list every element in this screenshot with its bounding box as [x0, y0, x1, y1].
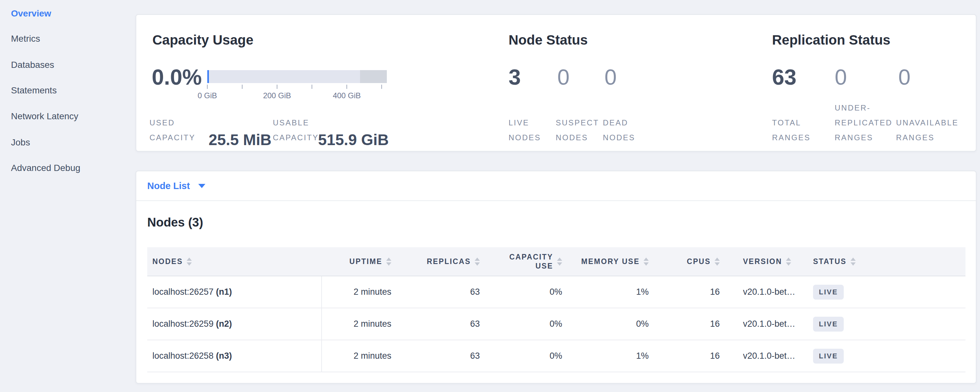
live-nodes-label: LIVE NODES: [509, 115, 557, 145]
column-header-version[interactable]: VERSION: [725, 247, 808, 276]
status-cell: LIVE: [808, 308, 966, 340]
capacity-usage-bar: [207, 70, 387, 83]
uptime-cell: 2 minutes: [321, 340, 396, 372]
capacity-bar-used-segment: [207, 70, 209, 83]
uptime-cell: 2 minutes: [321, 308, 396, 340]
sort-icon[interactable]: [851, 258, 856, 266]
usable-capacity-value: 515.9 GiB: [318, 132, 389, 148]
column-label: STATUS: [813, 257, 846, 266]
capacity-use-cell: 0%: [485, 308, 567, 340]
version-cell: v20.1.0-bet…: [725, 276, 808, 308]
node-address-cell[interactable]: localhost:26258 (n3): [147, 340, 321, 372]
node-list-card: Node List Nodes (3) NODES UPTIME REPLICA…: [135, 171, 977, 384]
node-list-dropdown[interactable]: Node List: [136, 171, 976, 201]
total-ranges-count: 63: [772, 65, 797, 89]
memory-use-cell: 1%: [567, 276, 654, 308]
axis-tick: [242, 84, 242, 89]
column-label: VERSION: [743, 257, 782, 266]
capacity-use-cell: 0%: [485, 276, 567, 308]
axis-label-200gib: 200 GiB: [251, 91, 303, 100]
axis-tick: [277, 84, 277, 89]
axis-tick: [347, 84, 347, 89]
replicas-cell: 63: [396, 308, 485, 340]
sidebar-item-overview[interactable]: Overview: [11, 8, 51, 19]
node-address: localhost:26258: [153, 351, 216, 361]
memory-use-cell: 1%: [567, 340, 654, 372]
replicas-cell: 63: [396, 340, 485, 372]
dead-nodes-count: 0: [605, 65, 617, 89]
cluster-summary-card: Capacity Usage 0.0% 0 GiB 200 GiB 400 Gi…: [135, 14, 977, 151]
sidebar-item-metrics[interactable]: Metrics: [11, 33, 40, 45]
column-header-nodes[interactable]: NODES: [147, 247, 321, 276]
status-badge: LIVE: [813, 285, 844, 300]
axis-tick: [207, 84, 208, 89]
node-address-cell[interactable]: localhost:26259 (n2): [147, 308, 321, 340]
cpus-cell: 16: [654, 340, 725, 372]
column-label: CAPACITY USE: [501, 252, 553, 271]
dead-nodes-label: DEAD NODES: [603, 115, 645, 145]
column-label: MEMORY USE: [581, 257, 640, 266]
suspect-nodes-count: 0: [557, 65, 570, 89]
sort-icon[interactable]: [714, 258, 720, 266]
sidebar-item-advanced-debug[interactable]: Advanced Debug: [11, 162, 80, 174]
sidebar-item-statements[interactable]: Statements: [11, 84, 57, 96]
sort-icon[interactable]: [557, 258, 562, 266]
node-id: (n3): [216, 351, 232, 361]
status-cell: LIVE: [808, 340, 966, 372]
chevron-down-icon[interactable]: [198, 184, 205, 188]
memory-use-cell: 0%: [567, 308, 654, 340]
capacity-use-cell: 0%: [485, 340, 567, 372]
column-label: UPTIME: [349, 257, 382, 266]
axis-label-0gib: 0 GiB: [181, 91, 233, 100]
nodes-heading: Nodes (3): [147, 215, 203, 229]
column-label: REPLICAS: [427, 257, 471, 266]
column-header-memory-use[interactable]: MEMORY USE: [567, 247, 654, 276]
node-id: (n2): [216, 319, 232, 329]
sort-icon[interactable]: [475, 258, 480, 266]
table-row: localhost:26259 (n2)2 minutes630%0%16v20…: [147, 308, 966, 340]
column-label: NODES: [153, 257, 183, 266]
table-row: localhost:26257 (n1)2 minutes630%1%16v20…: [147, 276, 966, 308]
table-header-row: NODES UPTIME REPLICAS CAPACITY USE MEMOR…: [147, 247, 966, 276]
column-header-replicas[interactable]: REPLICAS: [396, 247, 485, 276]
node-id: (n1): [216, 287, 232, 297]
node-address: localhost:26259: [153, 319, 216, 329]
version-cell: v20.1.0-bet…: [725, 308, 808, 340]
sort-icon[interactable]: [187, 258, 192, 266]
column-header-status[interactable]: STATUS: [808, 247, 966, 276]
column-header-uptime[interactable]: UPTIME: [321, 247, 396, 276]
status-badge: LIVE: [813, 349, 844, 363]
sidebar-item-jobs[interactable]: Jobs: [11, 137, 30, 148]
capacity-bar-reserved-segment: [360, 70, 387, 83]
replicas-cell: 63: [396, 276, 485, 308]
column-header-cpus[interactable]: CPUS: [654, 247, 725, 276]
used-capacity-label: USED CAPACITY: [150, 115, 198, 145]
axis-tick: [312, 84, 312, 89]
uptime-cell: 2 minutes: [321, 276, 396, 308]
live-nodes-count: 3: [509, 65, 521, 89]
node-status-title: Node Status: [509, 33, 588, 48]
sidebar-item-databases[interactable]: Databases: [11, 59, 54, 71]
axis-label-400gib: 400 GiB: [321, 91, 372, 100]
node-list-dropdown-label[interactable]: Node List: [147, 181, 190, 191]
column-label: CPUS: [687, 257, 711, 266]
nodes-table: NODES UPTIME REPLICAS CAPACITY USE MEMOR…: [147, 247, 966, 372]
node-address-cell[interactable]: localhost:26257 (n1): [147, 276, 321, 308]
sidebar: Overview Metrics Databases Statements Ne…: [0, 0, 135, 392]
status-badge: LIVE: [813, 317, 844, 331]
cpus-cell: 16: [654, 308, 725, 340]
capacity-used-percent: 0.0%: [152, 65, 202, 89]
status-cell: LIVE: [808, 276, 966, 308]
unavailable-ranges-label: UNAVAILABLE RANGES: [896, 115, 980, 145]
sidebar-item-network-latency[interactable]: Network Latency: [11, 110, 78, 122]
replication-status-title: Replication Status: [772, 33, 890, 48]
cpus-cell: 16: [654, 276, 725, 308]
sort-icon[interactable]: [644, 258, 649, 266]
column-header-capacity-use[interactable]: CAPACITY USE: [485, 247, 567, 276]
suspect-nodes-label: SUSPECT NODES: [556, 115, 601, 145]
sort-icon[interactable]: [786, 258, 791, 266]
node-address: localhost:26257: [153, 287, 216, 297]
capacity-usage-title: Capacity Usage: [153, 33, 253, 48]
sort-icon[interactable]: [386, 258, 391, 266]
under-replicated-ranges-count: 0: [835, 65, 847, 89]
